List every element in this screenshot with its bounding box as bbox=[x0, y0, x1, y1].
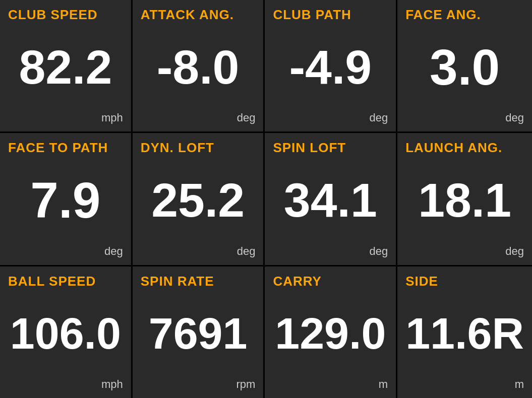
label-club-speed: CLUB SPEED bbox=[8, 7, 123, 23]
cell-face-ang: FACE ANG.3.0deg bbox=[397, 0, 532, 131]
value-side: 11.6R bbox=[405, 289, 524, 378]
value-dyn-loft: 25.2 bbox=[141, 156, 256, 244]
label-face-to-path: FACE TO PATH bbox=[8, 140, 123, 156]
cell-face-to-path: FACE TO PATH7.9deg bbox=[0, 133, 131, 264]
unit-club-speed: mph bbox=[101, 111, 123, 124]
cell-spin-loft: SPIN LOFT34.1deg bbox=[265, 133, 396, 264]
value-club-speed: 82.2 bbox=[8, 23, 123, 111]
label-face-ang: FACE ANG. bbox=[405, 7, 524, 23]
label-dyn-loft: DYN. LOFT bbox=[141, 140, 256, 156]
value-launch-ang: 18.1 bbox=[405, 156, 524, 244]
label-side: SIDE bbox=[405, 274, 524, 289]
label-attack-ang: ATTACK ANG. bbox=[141, 7, 256, 23]
label-club-path: CLUB PATH bbox=[273, 7, 388, 23]
cell-club-path: CLUB PATH-4.9deg bbox=[265, 0, 396, 131]
cell-spin-rate: SPIN RATE7691rpm bbox=[133, 267, 264, 398]
unit-dyn-loft: deg bbox=[237, 245, 256, 258]
metrics-grid: CLUB SPEED82.2mphATTACK ANG.-8.0degCLUB … bbox=[0, 0, 532, 398]
label-launch-ang: LAUNCH ANG. bbox=[405, 140, 524, 156]
unit-attack-ang: deg bbox=[237, 111, 256, 124]
unit-side: m bbox=[515, 378, 524, 391]
value-spin-loft: 34.1 bbox=[273, 156, 388, 244]
cell-ball-speed: BALL SPEED106.0mph bbox=[0, 267, 131, 398]
unit-face-ang: deg bbox=[505, 111, 524, 124]
value-carry: 129.0 bbox=[273, 289, 388, 378]
value-ball-speed: 106.0 bbox=[8, 289, 123, 378]
label-ball-speed: BALL SPEED bbox=[8, 274, 123, 289]
value-attack-ang: -8.0 bbox=[141, 23, 256, 111]
cell-attack-ang: ATTACK ANG.-8.0deg bbox=[133, 0, 264, 131]
value-face-to-path: 7.9 bbox=[8, 156, 123, 244]
value-face-ang: 3.0 bbox=[405, 23, 524, 111]
unit-face-to-path: deg bbox=[104, 245, 123, 258]
cell-launch-ang: LAUNCH ANG.18.1deg bbox=[397, 133, 532, 264]
unit-spin-loft: deg bbox=[369, 245, 388, 258]
unit-carry: m bbox=[379, 378, 388, 391]
unit-spin-rate: rpm bbox=[237, 378, 256, 391]
value-club-path: -4.9 bbox=[273, 23, 388, 111]
unit-club-path: deg bbox=[369, 111, 388, 124]
label-carry: CARRY bbox=[273, 274, 388, 289]
label-spin-loft: SPIN LOFT bbox=[273, 140, 388, 156]
value-spin-rate: 7691 bbox=[141, 289, 256, 378]
cell-carry: CARRY129.0m bbox=[265, 267, 396, 398]
unit-ball-speed: mph bbox=[101, 378, 123, 391]
cell-side: SIDE11.6Rm bbox=[397, 267, 532, 398]
cell-club-speed: CLUB SPEED82.2mph bbox=[0, 0, 131, 131]
label-spin-rate: SPIN RATE bbox=[141, 274, 256, 289]
cell-dyn-loft: DYN. LOFT25.2deg bbox=[133, 133, 264, 264]
unit-launch-ang: deg bbox=[505, 245, 524, 258]
